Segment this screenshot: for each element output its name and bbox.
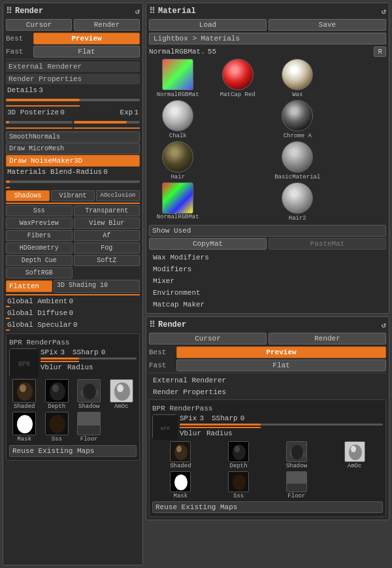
- right-render-button[interactable]: Render: [269, 333, 386, 344]
- transparent-btn[interactable]: Transparent: [74, 205, 140, 216]
- right-external-renderer[interactable]: External Renderer: [149, 375, 386, 386]
- r-button[interactable]: R: [374, 46, 386, 57]
- svg-point-17: [50, 415, 65, 433]
- bpr-thumb-shaded[interactable]: Shaded: [9, 379, 40, 410]
- mat-item-normal-rgb2[interactable]: NormalRGBMat: [149, 182, 207, 222]
- mat-item-normal-rgb[interactable]: NormalRGBMat: [149, 59, 207, 98]
- right-render-properties[interactable]: Render Properties: [149, 386, 386, 398]
- right-spix-slider[interactable]: [180, 424, 383, 426]
- vibrant-btn[interactable]: Vibrant: [51, 190, 95, 201]
- paste-mat-button[interactable]: PasteMat: [269, 238, 386, 250]
- bpr-thumb-amoc[interactable]: AmOc: [106, 379, 137, 410]
- right-bpr-amoc[interactable]: AmOc: [326, 441, 383, 469]
- modifiers-item[interactable]: Modifiers: [149, 263, 386, 275]
- wax-preview-btn[interactable]: WaxPreview: [6, 218, 73, 229]
- right-bpr-label-shaded: Shaded: [170, 463, 191, 469]
- right-preview-button[interactable]: Preview: [176, 346, 386, 358]
- show-used-button[interactable]: Show Used: [149, 225, 386, 237]
- mat-item-chalk[interactable]: Chalk: [149, 100, 207, 139]
- mat-swatch-matcap-red: [222, 59, 253, 90]
- flatten-btn[interactable]: Flatten: [6, 280, 52, 292]
- right-cursor-button[interactable]: Cursor: [149, 333, 267, 344]
- soft-rgb-btn[interactable]: SoftRGB: [6, 267, 73, 278]
- right-bpr-mask[interactable]: Mask: [152, 471, 209, 499]
- material-panel-refresh[interactable]: ↺: [382, 7, 386, 16]
- lightbox-row: Lightbox > Materials: [149, 33, 386, 44]
- global-specular-row: Global Specular 0: [6, 320, 140, 329]
- bpr-header: BPR RenderPass: [9, 339, 137, 346]
- mat-item-chrome-a[interactable]: Chrome A: [269, 100, 327, 139]
- mat-label-hair: Hair: [171, 174, 185, 180]
- fog-btn[interactable]: Fog: [74, 242, 140, 254]
- shading-3d-btn[interactable]: 3D Shading 10: [54, 280, 140, 293]
- preview-button[interactable]: Preview: [33, 33, 140, 44]
- reuse-maps-button[interactable]: Reuse Existing Maps: [9, 445, 137, 457]
- lightbox-button[interactable]: Lightbox > Materials: [149, 33, 386, 44]
- mat-swatch-hair2: [282, 182, 313, 214]
- posterize-slider[interactable]: [6, 118, 73, 127]
- spix-slider[interactable]: [41, 358, 137, 359]
- mat-swatch-chalk: [162, 100, 193, 131]
- bpr-thumb-shadow[interactable]: Shadow: [74, 379, 105, 410]
- best-row: Best Preview: [6, 33, 140, 44]
- environment-item[interactable]: Environment: [149, 287, 386, 299]
- aoclusion-btn[interactable]: AOcclusion: [96, 190, 140, 201]
- hd-geometry-btn[interactable]: HDGeometry: [6, 242, 73, 254]
- cursor-button[interactable]: Cursor: [6, 19, 72, 31]
- exp-slider[interactable]: [74, 118, 140, 127]
- right-bpr-controls: SPix 3 SSharp 0 Vblur Radius: [180, 414, 383, 437]
- matcap-maker-item[interactable]: Matcap Maker: [149, 299, 386, 310]
- radius-label: Radius: [67, 363, 93, 371]
- bpr-label-mask: Mask: [17, 436, 31, 443]
- soft-z-btn[interactable]: SoftZ: [74, 255, 140, 266]
- right-reuse-maps-button[interactable]: Reuse Existing Maps: [152, 501, 383, 513]
- right-render-header: ⠿ Render ↺: [149, 320, 386, 330]
- bpr-thumb-floor[interactable]: Floor: [74, 412, 105, 443]
- right-render-refresh[interactable]: ↺: [382, 320, 386, 330]
- fibers-btn[interactable]: Fibers: [6, 230, 73, 241]
- mat-item-wax[interactable]: Wax: [269, 59, 327, 98]
- copymat-row: CopyMat PasteMat: [149, 238, 386, 250]
- right-bpr-depth[interactable]: Depth: [210, 441, 267, 469]
- right-bpr-shaded[interactable]: Shaded: [152, 441, 209, 469]
- global-diffuse-label: Global Diffuse: [7, 309, 67, 317]
- external-renderer-header[interactable]: External Renderer: [6, 61, 140, 72]
- mixer-item[interactable]: Mixer: [149, 275, 386, 287]
- render-button[interactable]: Render: [74, 19, 140, 31]
- mat-item-matcap-red[interactable]: MatCap Red: [209, 59, 267, 98]
- left-render-refresh[interactable]: ↺: [135, 7, 140, 16]
- materials-blend-slider[interactable]: [6, 177, 140, 186]
- right-bpr-sss[interactable]: Sss: [210, 471, 267, 499]
- svg-point-10: [83, 384, 96, 399]
- view-blur-btn[interactable]: View Blur: [74, 218, 140, 229]
- bpr-thumb-mask[interactable]: Mask: [9, 412, 40, 443]
- flat-button[interactable]: Flat: [33, 46, 140, 58]
- mat-name-row: NormalRGBMat. 55 R: [149, 46, 386, 57]
- shadows-btn[interactable]: Shadows: [6, 190, 50, 201]
- copy-mat-button[interactable]: CopyMat: [149, 238, 267, 250]
- bpr-thumb-depth[interactable]: Depth: [42, 379, 73, 410]
- right-bpr-shadow[interactable]: Shadow: [269, 441, 325, 469]
- right-flat-button[interactable]: Flat: [176, 359, 386, 371]
- vblur-label: Vblur: [41, 363, 62, 371]
- depth-cue-btn[interactable]: Depth Cue: [6, 255, 73, 266]
- global-ambient-value: 0: [69, 297, 73, 305]
- render-properties-header[interactable]: Render Properties: [6, 74, 140, 84]
- svg-point-32: [349, 444, 362, 460]
- mat-item-hair[interactable]: Hair: [149, 141, 207, 180]
- wax-modifiers-item[interactable]: Wax Modifiers: [149, 252, 386, 263]
- load-button[interactable]: Load: [149, 19, 267, 31]
- sss-btn[interactable]: Sss: [6, 205, 73, 216]
- right-cursor-render-row: Cursor Render: [149, 333, 386, 344]
- smooth-normals-btn[interactable]: SmoothNormals: [6, 131, 140, 142]
- draw-micro-mesh-btn[interactable]: Draw MicroMesh: [6, 143, 140, 154]
- save-button[interactable]: Save: [269, 19, 386, 31]
- bpr-thumb-sss[interactable]: Sss: [42, 412, 73, 443]
- mat-item-hair2[interactable]: Hair2: [269, 182, 327, 222]
- svg-point-37: [233, 475, 246, 490]
- draw-noise-maker-btn[interactable]: Draw NoiseMaker3D: [6, 155, 140, 167]
- details-slider[interactable]: [6, 95, 140, 105]
- right-bpr-floor[interactable]: Floor: [269, 471, 325, 499]
- af-btn[interactable]: Af: [74, 230, 140, 241]
- mat-item-basic[interactable]: BasicMaterial: [269, 141, 327, 180]
